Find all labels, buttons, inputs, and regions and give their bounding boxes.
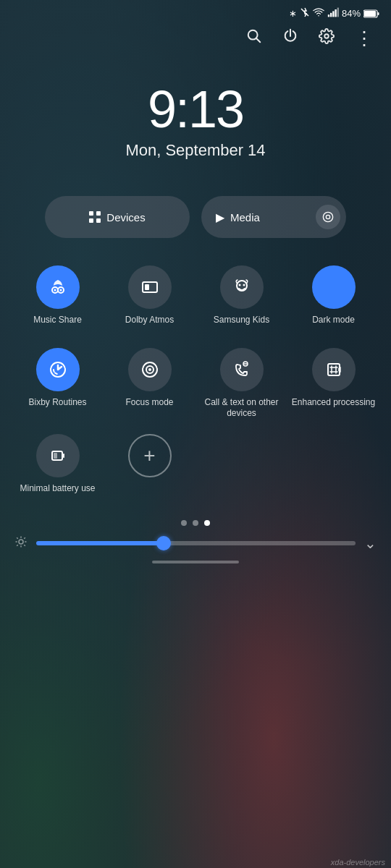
tiles-row-1: Music Share Dolby Atmos xyxy=(0,250,391,339)
svg-rect-2 xyxy=(330,13,332,17)
svg-rect-30 xyxy=(54,453,57,459)
music-share-icon xyxy=(48,277,68,297)
brightness-thumb[interactable] xyxy=(156,536,171,550)
svg-point-16 xyxy=(54,289,56,292)
svg-point-12 xyxy=(323,212,332,221)
tile-call-text[interactable]: Call & text on other devices xyxy=(196,339,287,425)
dolby-icon-bg xyxy=(128,265,172,309)
svg-point-13 xyxy=(326,215,329,218)
tile-dark-mode[interactable]: Dark mode xyxy=(287,257,379,332)
svg-line-34 xyxy=(17,537,18,539)
svg-rect-5 xyxy=(337,8,339,17)
add-icon: + xyxy=(143,446,155,466)
media-inner: ▶ Media xyxy=(216,210,260,224)
pagination-dot-3 xyxy=(204,520,210,526)
enhanced-label: Enhanced processing xyxy=(292,397,375,409)
battery-percentage: 84% xyxy=(342,8,361,19)
focus-icon-bg xyxy=(128,348,172,391)
add-tile-icon-bg: + xyxy=(128,434,172,477)
music-share-icon-bg xyxy=(36,265,80,309)
bluetooth-icon: ∗ xyxy=(289,8,297,19)
dolby-icon xyxy=(140,277,160,297)
settings-button[interactable] xyxy=(319,28,335,48)
tiles-section: Music Share Dolby Atmos xyxy=(0,245,391,500)
tile-focus-mode[interactable]: Focus mode xyxy=(104,339,196,425)
bixby-icon-bg xyxy=(36,348,80,391)
media-play-icon: ▶ xyxy=(216,210,224,224)
svg-point-22 xyxy=(243,284,245,286)
search-button[interactable] xyxy=(246,28,262,48)
cast-icon xyxy=(322,211,334,223)
svg-rect-19 xyxy=(145,284,149,290)
minimal-battery-icon-bg xyxy=(36,434,80,477)
svg-line-0 xyxy=(301,9,308,16)
devices-button[interactable]: Devices xyxy=(45,196,190,238)
tile-enhanced-processing[interactable]: Enhanced processing xyxy=(287,339,379,425)
battery-icon xyxy=(363,9,379,18)
brightness-low-icon xyxy=(14,535,28,552)
focus-icon xyxy=(140,359,160,380)
clock-time: 9:13 xyxy=(0,83,391,135)
call-text-icon xyxy=(232,359,252,380)
tile-bixby-routines[interactable]: Bixby Routines xyxy=(12,339,104,425)
svg-line-39 xyxy=(24,537,25,539)
media-label: Media xyxy=(230,211,260,224)
pagination-dot-2 xyxy=(193,520,198,526)
top-buttons-row: Devices ▶ Media xyxy=(0,174,391,245)
svg-point-31 xyxy=(19,540,23,544)
svg-rect-4 xyxy=(335,9,336,17)
pagination-dot-1 xyxy=(181,520,187,526)
wifi-icon xyxy=(313,7,324,20)
devices-label: Devices xyxy=(106,211,145,224)
svg-point-17 xyxy=(59,289,62,292)
media-cast-button[interactable] xyxy=(316,205,340,229)
signal-icon xyxy=(327,7,339,20)
svg-rect-7 xyxy=(364,11,376,17)
tile-minimal-battery[interactable]: Minimal battery use xyxy=(12,425,104,501)
brightness-row: ⌄ xyxy=(0,535,391,552)
samsung-kids-icon xyxy=(232,277,252,297)
tile-music-share[interactable]: Music Share xyxy=(12,257,104,332)
control-buttons-row: ⋮ xyxy=(0,22,391,54)
tile-add[interactable]: + xyxy=(104,425,196,501)
svg-line-38 xyxy=(17,545,18,546)
svg-point-26 xyxy=(148,368,151,371)
power-button[interactable] xyxy=(282,28,298,48)
call-text-icon-bg xyxy=(220,348,264,391)
tile-samsung-kids[interactable]: Samsung Kids xyxy=(196,257,287,332)
media-button[interactable]: ▶ Media xyxy=(201,196,346,238)
enhanced-icon-bg xyxy=(312,348,356,391)
svg-rect-8 xyxy=(378,12,379,15)
focus-label: Focus mode xyxy=(125,397,173,409)
clock-date: Mon, September 14 xyxy=(0,141,391,160)
xda-watermark: xda-developers xyxy=(331,858,385,867)
bixby-icon xyxy=(48,359,68,380)
bottom-handle xyxy=(0,552,391,566)
more-button[interactable]: ⋮ xyxy=(355,29,374,48)
music-share-label: Music Share xyxy=(33,315,82,326)
svg-point-11 xyxy=(324,34,329,38)
samsung-kids-icon-bg xyxy=(220,265,264,309)
svg-line-10 xyxy=(256,38,260,42)
tiles-row-3: Minimal battery use + xyxy=(0,425,391,501)
tiles-row-2: Bixby Routines Focus mode xyxy=(0,339,391,425)
brightness-expand-button[interactable]: ⌄ xyxy=(364,535,377,552)
samsung-kids-label: Samsung Kids xyxy=(214,315,269,326)
handle-bar xyxy=(152,561,239,563)
dark-mode-label: Dark mode xyxy=(312,315,355,326)
status-icons: ∗ xyxy=(289,7,379,20)
clock-section: 9:13 Mon, September 14 xyxy=(0,54,391,174)
svg-rect-27 xyxy=(328,364,340,375)
svg-line-35 xyxy=(24,545,25,546)
status-bar: ∗ xyxy=(0,0,391,22)
dolby-label: Dolby Atmos xyxy=(125,315,174,326)
dark-mode-icon xyxy=(324,277,344,297)
enhanced-processing-icon xyxy=(324,359,344,380)
brightness-slider[interactable] xyxy=(36,541,356,545)
tile-dolby-atmos[interactable]: Dolby Atmos xyxy=(104,257,196,332)
dark-mode-icon-bg xyxy=(312,265,356,309)
devices-grid-icon xyxy=(89,211,101,223)
svg-rect-29 xyxy=(63,454,64,458)
svg-point-21 xyxy=(238,284,240,286)
minimal-battery-icon xyxy=(48,446,68,466)
